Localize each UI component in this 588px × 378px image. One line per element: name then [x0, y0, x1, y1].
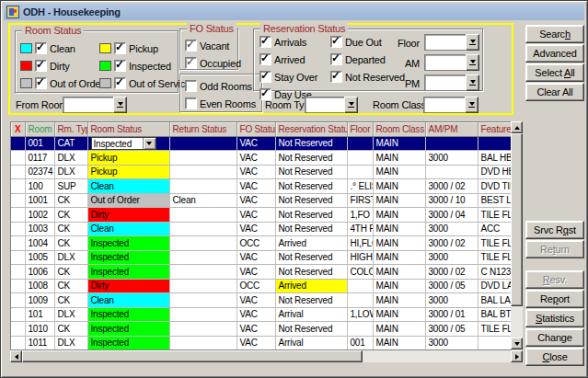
- table-row-1010[interactable]: 1010CKInspectedVACNot ReservedMAIN3000 /…: [11, 322, 511, 337]
- table-row-1002[interactable]: 1002CKDirtyVACNot Reserved1,FOMAIN3000 /…: [11, 208, 511, 223]
- column-header-room-class[interactable]: Room Class: [373, 122, 425, 136]
- select-all-button[interactable]: Select All: [525, 63, 584, 82]
- scroll-down-button[interactable]: [511, 338, 523, 349]
- cell-floor: 001: [347, 336, 373, 350]
- label-stay-over: Stay Over: [274, 72, 317, 83]
- floor-dropdown-button[interactable]: [466, 34, 479, 51]
- cell-ind: [11, 322, 25, 337]
- column-header-reservation-status[interactable]: Reservation Status: [275, 122, 347, 136]
- cell-type: CK: [54, 208, 87, 223]
- table-row-1006[interactable]: 1006CKInspectedVACNot ReservedCOLOMAIN30…: [11, 265, 511, 280]
- checkbox-not-reserved[interactable]: ✓: [330, 71, 342, 83]
- table-row-1009[interactable]: 1009CKCleanVACNot ReservedMAIN3000BAL LA…: [11, 293, 511, 308]
- checkbox-vacant[interactable]: ✓: [185, 40, 197, 52]
- pm-label: PM: [377, 78, 420, 89]
- scroll-up-icon: [514, 126, 520, 130]
- cell-floor: HI,FLO: [347, 236, 373, 251]
- table-row-1001[interactable]: 1001CKOut of OrderCleanVACNot ReservedFI…: [11, 193, 511, 208]
- table-row-02374[interactable]: 02374DLXPickupVACNot ReservedMAINDVD HB: [11, 165, 511, 179]
- report-button[interactable]: Report: [525, 290, 584, 308]
- column-header-rm-type[interactable]: Rm. Type: [54, 122, 87, 136]
- v-scroll-thumb[interactable]: [511, 133, 523, 306]
- clear-all-button[interactable]: Clear All: [525, 83, 584, 101]
- cell-room-class: MAIN: [373, 151, 425, 166]
- table-row-1008[interactable]: 1008CKDirtyOCCArrivedMAIN3000 / 05DVD LA…: [11, 279, 511, 293]
- table-row-0117[interactable]: 0117DLXPickupVACNot ReservedMAIN3000BAL …: [11, 151, 511, 166]
- pm-input[interactable]: [424, 74, 466, 91]
- checkbox-out-of-service[interactable]: ✓: [114, 77, 126, 89]
- from-room-input[interactable]: [63, 97, 113, 113]
- advanced-button[interactable]: Advanced: [525, 44, 584, 63]
- column-header-floor[interactable]: Floor: [347, 122, 373, 136]
- floor-input[interactable]: [424, 34, 466, 51]
- statistics-button[interactable]: Statistics: [525, 309, 584, 327]
- room-class-label: Room Class: [373, 99, 426, 110]
- title-bar[interactable]: ODH - Housekeeping: [4, 4, 584, 20]
- srvc-rqst-button[interactable]: Srvc Rqst: [525, 221, 584, 239]
- checkbox-arrived[interactable]: ✓: [259, 53, 271, 65]
- checkbox-occupied[interactable]: ✓: [185, 57, 197, 69]
- checkbox-odd-rooms[interactable]: [185, 80, 197, 92]
- cell-fo-status: VAC: [236, 222, 275, 236]
- return-button[interactable]: Return: [525, 240, 584, 258]
- scroll-right-button[interactable]: [511, 350, 523, 362]
- swatch-clean: [20, 43, 32, 53]
- room-type-input[interactable]: [305, 97, 344, 113]
- cell-fo-status: OCC: [236, 236, 275, 251]
- checkbox-dirty[interactable]: ✓: [35, 60, 47, 72]
- column-header-room-status[interactable]: Room Status: [87, 122, 169, 136]
- column-header-return-status[interactable]: Return Status: [169, 122, 236, 136]
- cell-fo-status: VAC: [236, 322, 275, 337]
- room-class-input[interactable]: [423, 97, 465, 113]
- cell-type: CK: [54, 322, 87, 337]
- table-row-001[interactable]: 001CATInspectedVACNot ReservedMAIN: [11, 136, 511, 151]
- checkbox-departed[interactable]: ✓: [330, 53, 342, 65]
- close-button[interactable]: Close: [525, 348, 584, 366]
- label-odd-rooms: Odd Rooms: [200, 81, 252, 92]
- cell-room-class: MAIN: [373, 293, 425, 308]
- column-header-room[interactable]: Room: [25, 122, 54, 136]
- room-status-cell-combo[interactable]: Inspected: [91, 137, 156, 150]
- cell-ampm: 3000: [425, 336, 478, 350]
- table-row-1004[interactable]: 1004CKInspectedOCCArrivedHI,FLOMAIN3000 …: [11, 236, 511, 251]
- scroll-up-button[interactable]: [511, 121, 523, 133]
- cell-status: Dirty: [87, 279, 169, 293]
- table-row-100[interactable]: 100SUPCleanVACNot Reserved.° ELISMAIN300…: [11, 179, 511, 194]
- table-row-1011[interactable]: 1011DLXInspectedVACArrival001MAIN3000: [11, 336, 511, 350]
- cell-type: CK: [54, 236, 87, 251]
- checkbox-out-of-order[interactable]: ✓: [35, 77, 47, 89]
- cell-fo-status: VAC: [236, 307, 275, 322]
- cell-floor: HIGH: [347, 250, 373, 265]
- column-header-fo-status[interactable]: FO Status: [236, 122, 275, 136]
- table-row-101[interactable]: 101DLXInspectedVACArrival1,LOWMAIN3000 /…: [11, 307, 511, 322]
- am-dropdown-button[interactable]: [466, 54, 479, 71]
- pm-dropdown-button[interactable]: [466, 74, 479, 91]
- from-room-dropdown-button[interactable]: [113, 97, 127, 113]
- change-button[interactable]: Change: [525, 328, 584, 347]
- checkbox-even-rooms[interactable]: [185, 97, 197, 109]
- room-type-combo: [305, 97, 358, 113]
- search-button[interactable]: Search: [525, 25, 584, 43]
- checkbox-pickup[interactable]: ✓: [114, 42, 126, 54]
- cell-ampm: 3000 / 05: [425, 322, 478, 337]
- cell-room: 101: [25, 307, 54, 322]
- checkbox-inspected[interactable]: ✓: [114, 60, 126, 72]
- column-header-am-pm[interactable]: AM/PM: [425, 122, 478, 136]
- column-header-features[interactable]: Features: [478, 122, 511, 136]
- column-header-x[interactable]: X: [11, 122, 25, 136]
- room-class-dropdown-button[interactable]: [465, 97, 478, 113]
- h-scroll-thumb[interactable]: [22, 350, 363, 362]
- am-input[interactable]: [424, 54, 466, 71]
- checkbox-arrivals[interactable]: ✓: [259, 36, 271, 48]
- checkbox-due-out[interactable]: ✓: [330, 36, 342, 48]
- cell-type: CK: [54, 279, 87, 293]
- room-status-combo-dropdown-button[interactable]: [143, 138, 156, 149]
- checkbox-clean[interactable]: ✓: [35, 42, 47, 54]
- resv-button[interactable]: Resv.: [525, 270, 584, 289]
- scroll-left-button[interactable]: [10, 350, 22, 362]
- checkbox-stay-over[interactable]: ✓: [259, 71, 271, 83]
- table-row-1003[interactable]: 1003CKCleanVACNot Reserved4TH FMAIN3000A…: [11, 222, 511, 236]
- label-even-rooms: Even Rooms: [200, 98, 256, 109]
- room-type-dropdown-button[interactable]: [344, 97, 358, 113]
- table-row-1005[interactable]: 1005DLXInspectedVACNot ReservedHIGHMAIN3…: [11, 250, 511, 265]
